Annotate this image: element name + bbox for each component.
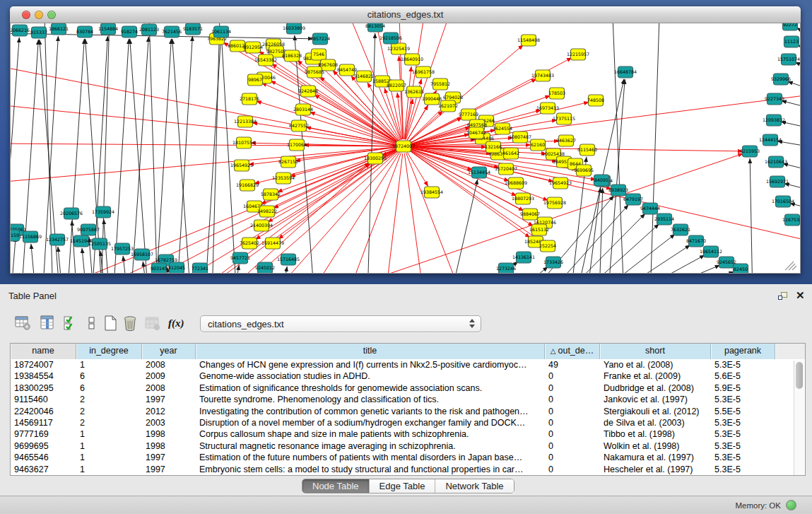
column-header-in_degree[interactable]: in_degree — [76, 344, 142, 359]
graph-edge[interactable] — [212, 23, 220, 273]
graph-edge[interactable] — [781, 122, 800, 129]
column-header-short[interactable]: short — [600, 344, 711, 359]
tab-node-table[interactable]: Node Table — [302, 479, 370, 493]
graph-edge[interactable] — [576, 224, 659, 273]
cell-year[interactable]: 1997 — [142, 394, 196, 405]
cell-title[interactable]: Genome-wide association studies in ADHD. — [196, 370, 545, 382]
cell-pagerank[interactable]: 5.3E-5 — [711, 464, 775, 475]
graph-edge[interactable] — [58, 247, 63, 273]
graph-edge[interactable] — [11, 105, 396, 146]
graph-edge[interactable] — [592, 234, 675, 273]
table-row[interactable]: 1938455462009Genome-wide association stu… — [11, 370, 805, 382]
table-row[interactable]: 946362711997Embryonic stem cells: a mode… — [11, 464, 805, 475]
cell-pagerank[interactable]: 5.3E-5 — [711, 417, 775, 428]
cell-name[interactable]: 9463627 — [11, 464, 76, 475]
cell-short[interactable]: Franke et al. (2009) — [600, 370, 711, 382]
table-select[interactable]: citations_edges.txt — [200, 315, 481, 332]
memory-indicator[interactable] — [786, 500, 796, 510]
cell-short[interactable]: de Silva et al. (2003) — [600, 417, 711, 428]
graph-edge[interactable] — [82, 248, 87, 273]
cell-title[interactable]: Estimation of significance thresholds fo… — [196, 382, 545, 394]
cell-short[interactable]: Dudbridge et al. (2008) — [600, 382, 711, 394]
graph-edge[interactable] — [783, 163, 800, 172]
cell-in_degree[interactable]: 1 — [76, 440, 142, 452]
float-window-icon[interactable] — [778, 292, 789, 302]
table-row[interactable]: 1830029562008Estimation of significance … — [11, 382, 805, 394]
graph-edge[interactable] — [149, 23, 158, 273]
network-window[interactable]: citations_edges.txt 18724007183002951938… — [10, 6, 801, 274]
cell-out_degree[interactable]: 0 — [545, 417, 600, 428]
select-rows-icon[interactable] — [62, 315, 81, 333]
graph-edge[interactable] — [407, 153, 428, 187]
cell-title[interactable]: Investigating the contribution of common… — [196, 406, 545, 417]
cell-pagerank[interactable]: 5.3E-5 — [711, 428, 775, 440]
graph-edge[interactable] — [11, 66, 396, 145]
cell-name[interactable]: 9465546 — [11, 452, 76, 463]
vertical-scrollbar[interactable] — [794, 361, 804, 475]
cell-short[interactable]: Stergiakouli et al. (2012) — [600, 406, 711, 417]
cell-short[interactable]: Hescheler et al. (1997) — [600, 464, 711, 475]
cell-title[interactable]: Structural magnetic resonance image aver… — [196, 440, 545, 452]
cell-out_degree[interactable]: 0 — [545, 382, 600, 394]
cell-name[interactable]: 18724007 — [11, 359, 76, 370]
graph-edge[interactable] — [143, 262, 148, 273]
graph-edge[interactable] — [599, 188, 603, 273]
column-header-pagerank[interactable]: pagerank — [711, 344, 775, 359]
cell-out_degree[interactable]: 0 — [545, 452, 600, 463]
graph-edge[interactable] — [650, 23, 659, 273]
cell-name[interactable]: 18300295 — [11, 382, 76, 394]
graph-edge[interactable] — [252, 123, 396, 146]
cell-short[interactable]: Jankovic et al. (1997) — [600, 394, 711, 405]
graph-edge[interactable] — [790, 203, 800, 210]
graph-edge[interactable] — [123, 256, 128, 273]
graph-edge[interactable] — [613, 23, 624, 273]
cell-title[interactable]: Corpus callosum shape and size in male p… — [196, 428, 545, 440]
table-row[interactable]: 2242004622012Investigating the contribut… — [11, 406, 805, 417]
cell-in_degree[interactable]: 6 — [76, 370, 142, 382]
graph-edge[interactable] — [404, 153, 424, 273]
graph-edge[interactable] — [784, 183, 800, 192]
cell-short[interactable]: Yano et al. (2008) — [600, 359, 711, 370]
new-table-icon[interactable] — [102, 315, 120, 333]
graph-edge[interactable] — [155, 39, 171, 273]
cell-out_degree[interactable]: 0 — [545, 394, 600, 405]
cell-pagerank[interactable]: 5.3E-5 — [711, 440, 775, 452]
graph-edge[interactable] — [310, 112, 396, 144]
cell-in_degree[interactable]: 2 — [76, 406, 142, 417]
cell-title[interactable]: Estimation of the future numbers of pati… — [196, 452, 545, 463]
cell-name[interactable]: 22420046 — [11, 406, 76, 417]
graph-edge[interactable] — [587, 187, 601, 273]
cell-title[interactable]: Tourette syndrome. Phenomenology and cla… — [196, 394, 545, 405]
table-row[interactable]: 1456911722003Disruption of a novel membe… — [11, 417, 805, 428]
graph-edge[interactable] — [346, 153, 401, 273]
row-height-icon[interactable] — [83, 315, 102, 333]
cell-name[interactable]: 9777169 — [11, 428, 76, 440]
cell-pagerank[interactable]: 5.5E-5 — [711, 406, 775, 417]
graph-edge[interactable] — [130, 39, 148, 273]
network-canvas[interactable]: 1872400718300295193845541810755411700648… — [10, 23, 801, 274]
graph-edge[interactable] — [787, 81, 800, 91]
cell-title[interactable]: Disruption of a novel member of a sodium… — [196, 417, 545, 428]
graph-edge[interactable] — [782, 100, 800, 110]
close-icon[interactable]: ✕ — [796, 289, 805, 302]
cell-pagerank[interactable]: 5.3E-5 — [711, 394, 775, 405]
cell-pagerank[interactable]: 5.3E-5 — [711, 452, 775, 463]
tab-edge-table[interactable]: Edge Table — [370, 479, 436, 493]
cell-out_degree[interactable]: 49 — [545, 359, 600, 370]
cell-title[interactable]: Changes of HCN gene expression and I(f) … — [196, 359, 545, 370]
cell-year[interactable]: 1997 — [142, 452, 196, 463]
cell-year[interactable]: 2008 — [142, 359, 196, 370]
cell-out_degree[interactable]: 0 — [545, 440, 600, 452]
cell-pagerank[interactable]: 5.3E-5 — [711, 359, 775, 370]
cell-year[interactable]: 1997 — [142, 464, 196, 475]
cell-short[interactable]: Wolkin et al. (1998) — [600, 440, 711, 452]
cell-year[interactable]: 2003 — [142, 417, 196, 428]
column-header-out_degree[interactable]: △out_de… — [545, 344, 600, 359]
cell-out_degree[interactable]: 0 — [545, 464, 600, 475]
cell-in_degree[interactable]: 2 — [76, 394, 142, 405]
graph-edge[interactable] — [113, 39, 129, 273]
table-row[interactable]: 977716911998Corpus callosum shape and si… — [11, 428, 805, 440]
cell-year[interactable]: 1998 — [142, 440, 196, 452]
graph-edge[interactable] — [560, 214, 645, 273]
canvas-resize-grip[interactable] — [785, 262, 796, 270]
